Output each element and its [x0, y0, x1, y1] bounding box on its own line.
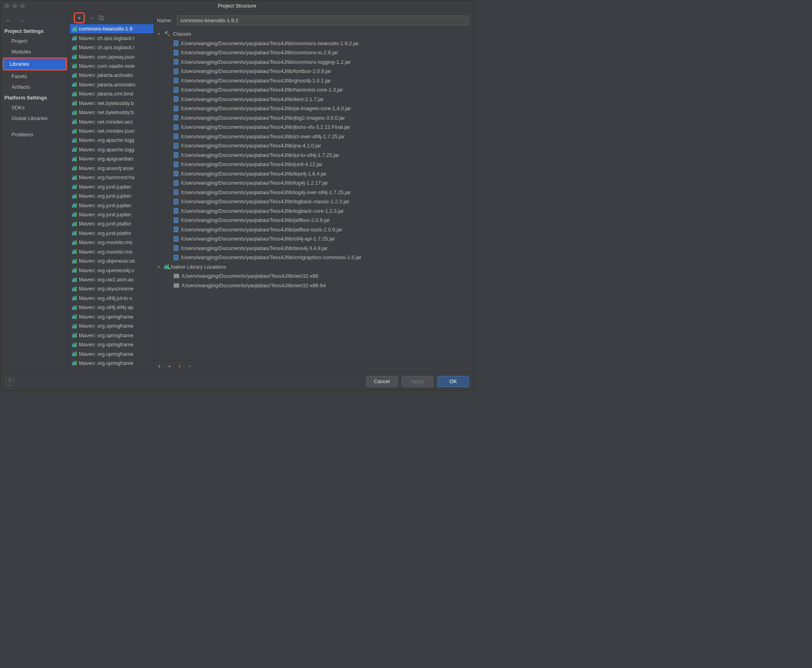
library-tree[interactable]: ▾🔨Classes/Users/wangjing/Documents/yaoji…	[154, 29, 474, 360]
jar-icon	[174, 59, 178, 65]
native-entry[interactable]: /Users/wangjing/Documents/yaojiabao/Tess…	[156, 271, 471, 281]
jar-icon	[174, 124, 178, 130]
remove-library-button[interactable]: −	[90, 15, 94, 21]
library-list[interactable]: commons-beanutils-1.9Maven: ch.qos.logba…	[70, 24, 153, 372]
library-item[interactable]: Maven: com.jayway.json	[70, 52, 153, 61]
library-item[interactable]: Maven: org.opentest4j:o	[70, 265, 153, 275]
tree-leaf-label: /Users/wangjing/Documents/yaojiabao/Tess…	[181, 171, 327, 177]
library-item[interactable]: Maven: org.ow2.asm:as	[70, 275, 153, 284]
class-entry[interactable]: /Users/wangjing/Documents/yaojiabao/Tess…	[156, 197, 471, 206]
library-item[interactable]: Maven: org.springframe	[70, 359, 153, 368]
library-item-label: Maven: jakarta.activatio	[79, 72, 133, 78]
class-entry[interactable]: /Users/wangjing/Documents/yaojiabao/Tess…	[156, 160, 471, 169]
class-entry[interactable]: /Users/wangjing/Documents/yaojiabao/Tess…	[156, 151, 471, 160]
nav-item-facets[interactable]: Facets	[0, 71, 69, 82]
nav-item-artifacts[interactable]: Artifacts	[0, 82, 69, 92]
nav-item-global-libs[interactable]: Global Libraries	[0, 113, 69, 124]
library-item[interactable]: Maven: org.hamcrest:ha	[70, 173, 153, 182]
class-entry[interactable]: /Users/wangjing/Documents/yaojiabao/Tess…	[156, 122, 471, 132]
class-entry[interactable]: /Users/wangjing/Documents/yaojiabao/Tess…	[156, 104, 471, 113]
class-entry[interactable]: /Users/wangjing/Documents/yaojiabao/Tess…	[156, 253, 471, 262]
class-entry[interactable]: /Users/wangjing/Documents/yaojiabao/Tess…	[156, 132, 471, 141]
library-item[interactable]: Maven: org.junit.platfor	[70, 219, 153, 228]
library-icon	[72, 212, 77, 217]
tree-add-button[interactable]: +	[158, 363, 161, 369]
class-entry[interactable]: /Users/wangjing/Documents/yaojiabao/Tess…	[156, 48, 471, 57]
class-entry[interactable]: /Users/wangjing/Documents/yaojiabao/Tess…	[156, 76, 471, 86]
class-entry[interactable]: /Users/wangjing/Documents/yaojiabao/Tess…	[156, 113, 471, 123]
library-item[interactable]: Maven: org.junit.jupiter:	[70, 210, 153, 219]
class-entry[interactable]: /Users/wangjing/Documents/yaojiabao/Tess…	[156, 169, 471, 179]
library-item-label: Maven: org.junit.jupiter:	[79, 202, 132, 208]
library-item[interactable]: Maven: org.springframe	[70, 340, 153, 349]
library-item[interactable]: Maven: org.assertj:asse	[70, 164, 153, 173]
library-item[interactable]: Maven: org.junit.jupiter:	[70, 182, 153, 191]
library-item[interactable]: Maven: org.mockito:mo	[70, 247, 153, 256]
library-item[interactable]: Maven: net.minidev:acc	[70, 117, 153, 126]
library-item[interactable]: Maven: org.apache.logg	[70, 145, 153, 154]
apply-button[interactable]: Apply	[402, 376, 433, 387]
native-entry[interactable]: /Users/wangjing/Documents/yaojiabao/Tess…	[156, 281, 471, 290]
library-item[interactable]: Maven: org.objenesis:ob	[70, 256, 153, 265]
jar-icon	[174, 134, 178, 139]
nav-item-modules[interactable]: Modules	[0, 46, 69, 57]
library-item[interactable]: Maven: org.junit.jupiter:	[70, 191, 153, 200]
class-entry[interactable]: /Users/wangjing/Documents/yaojiabao/Tess…	[156, 244, 471, 253]
library-item[interactable]: Maven: org.junit.jupiter:	[70, 200, 153, 210]
library-item[interactable]: Maven: ch.qos.logback:l	[70, 33, 153, 42]
tree-add-excluded-button[interactable]: +	[168, 363, 171, 369]
library-item[interactable]: Maven: org.junit.platfor	[70, 229, 153, 238]
class-entry[interactable]: /Users/wangjing/Documents/yaojiabao/Tess…	[156, 188, 471, 197]
class-entry[interactable]: /Users/wangjing/Documents/yaojiabao/Tess…	[156, 95, 471, 104]
class-entry[interactable]: /Users/wangjing/Documents/yaojiabao/Tess…	[156, 178, 471, 188]
nav-item-project[interactable]: Project	[0, 36, 69, 46]
library-item[interactable]: Maven: org.springframe	[70, 330, 153, 340]
nav-item-problems[interactable]: Problems	[0, 129, 69, 140]
library-item[interactable]: Maven: org.mockito:mo	[70, 238, 153, 247]
class-entry[interactable]: /Users/wangjing/Documents/yaojiabao/Tess…	[156, 39, 471, 48]
library-item[interactable]: Maven: org.springframe	[70, 321, 153, 330]
library-item[interactable]: Maven: org.skyscreame	[70, 284, 153, 293]
library-item[interactable]: Maven: org.springframe	[70, 312, 153, 321]
copy-library-button[interactable]: ⿻	[99, 15, 104, 21]
library-item[interactable]: Maven: org.apache.logg	[70, 136, 153, 145]
library-item[interactable]: Maven: org.apiguardian:	[70, 154, 153, 163]
library-item[interactable]: Maven: org.slf4j:jul-to-s	[70, 294, 153, 303]
library-item-label: Maven: org.mockito:mo	[79, 239, 132, 245]
forward-arrow-icon[interactable]: →	[19, 17, 24, 23]
class-entry[interactable]: /Users/wangjing/Documents/yaojiabao/Tess…	[156, 57, 471, 67]
library-item[interactable]: Maven: org.springframe	[70, 349, 153, 358]
library-item[interactable]: Maven: net.bytebuddy:b	[70, 108, 153, 117]
class-entry[interactable]: /Users/wangjing/Documents/yaojiabao/Tess…	[156, 141, 471, 151]
help-button[interactable]: ?	[5, 377, 14, 386]
class-entry[interactable]: /Users/wangjing/Documents/yaojiabao/Tess…	[156, 216, 471, 225]
library-item[interactable]: Maven: com.vaadin.exte	[70, 61, 153, 71]
library-item[interactable]: Maven: ch.qos.logback:l	[70, 43, 153, 52]
native-node[interactable]: ▾NNative Library Locations	[156, 262, 471, 272]
class-entry[interactable]: /Users/wangjing/Documents/yaojiabao/Tess…	[156, 234, 471, 244]
class-entry[interactable]: /Users/wangjing/Documents/yaojiabao/Tess…	[156, 67, 471, 76]
library-item[interactable]: Maven: jakarta.activatio	[70, 71, 153, 80]
nav-item-sdks[interactable]: SDKs	[0, 102, 69, 113]
class-entry[interactable]: /Users/wangjing/Documents/yaojiabao/Tess…	[156, 206, 471, 216]
class-entry[interactable]: /Users/wangjing/Documents/yaojiabao/Tess…	[156, 225, 471, 235]
class-entry[interactable]: /Users/wangjing/Documents/yaojiabao/Tess…	[156, 85, 471, 95]
library-item[interactable]: Maven: org.slf4j:slf4j-ap	[70, 303, 153, 312]
tree-remove-button[interactable]: −	[188, 363, 192, 369]
library-icon	[72, 194, 77, 198]
library-item[interactable]: Maven: net.minidev:json	[70, 126, 153, 136]
tree-leaf-label: /Users/wangjing/Documents/yaojiabao/Tess…	[181, 198, 349, 204]
library-item[interactable]: commons-beanutils-1.9	[70, 24, 153, 33]
library-item[interactable]: Maven: jakarta.annotatio	[70, 80, 153, 89]
ok-button[interactable]: OK	[437, 376, 469, 387]
library-item[interactable]: Maven: jakarta.xml.bind	[70, 89, 153, 98]
add-library-button[interactable]: +	[74, 12, 85, 23]
tree-add-dir-button[interactable]: +	[178, 363, 181, 369]
nav-item-libraries[interactable]: Libraries	[3, 57, 67, 71]
classes-node[interactable]: ▾🔨Classes	[156, 29, 471, 39]
library-icon	[72, 119, 77, 124]
library-item[interactable]: Maven: net.bytebuddy:b	[70, 99, 153, 108]
back-arrow-icon[interactable]: ←	[6, 17, 11, 23]
library-name-input[interactable]	[177, 15, 469, 25]
cancel-button[interactable]: Cancel	[366, 376, 398, 387]
